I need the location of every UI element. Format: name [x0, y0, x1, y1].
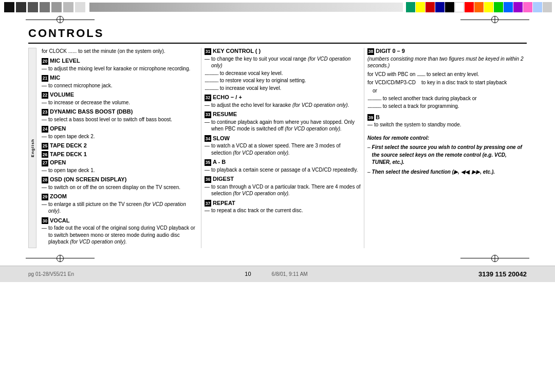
item-23: 23 DYNAMIC BASS BOOST (DBB) —to select a…	[42, 108, 198, 123]
chip-red2	[465, 2, 474, 12]
color-block-5	[51, 2, 62, 12]
item-32: 32 ECHO − / + —to adjust the echo level …	[205, 94, 361, 108]
item-33: 33 RESUME —to continue playback again fr…	[205, 111, 361, 133]
item-37: 37 REPEAT —to repeat a disc track or the…	[205, 200, 361, 214]
item-24: 24 OPEN —to open tape deck 2.	[42, 125, 198, 140]
item-27: 27 OPEN —to open tape deck 1.	[42, 159, 198, 174]
footer-left: pg 01-28/V55/21 En	[28, 271, 74, 277]
footer-page-1: 10	[245, 271, 251, 277]
item-25: 25 TAPE DECK 2	[42, 142, 198, 150]
chip-lightblue	[533, 2, 542, 12]
item-21: 21 MIC —to connect microphone jack.	[42, 74, 198, 89]
chip-green	[406, 2, 415, 12]
chip-orange	[474, 2, 484, 12]
chip-blue2	[504, 2, 513, 12]
item-30: 30 VOCAL —to fade out the vocal of the o…	[42, 217, 198, 246]
color-chips	[403, 0, 555, 14]
item-20-title: MIC LEVEL	[50, 58, 80, 64]
main-content: CONTROLS English for CLOCK ...... to set…	[0, 25, 555, 250]
column-3: 38 DIGIT 0 – 9 (numbers consisting more …	[364, 48, 527, 248]
chip-yellow2	[484, 2, 493, 12]
chip-red	[425, 2, 435, 12]
note-item-1: – First select the source you wish to co…	[367, 144, 524, 166]
color-block-2	[16, 2, 26, 12]
color-block-6	[63, 2, 73, 12]
item-26: 26 TAPE DECK 1	[42, 151, 198, 158]
item-39: 39 B —to switch the system to standby mo…	[367, 114, 524, 128]
reg-row-top	[0, 14, 555, 25]
chip-gray	[543, 2, 552, 12]
page-title: CONTROLS	[28, 27, 527, 44]
color-block-1	[4, 2, 14, 12]
clock-note: for CLOCK ...... to set the minute (on t…	[42, 48, 198, 54]
item-38: 38 DIGIT 0 – 9 (numbers consisting more …	[367, 48, 524, 110]
item-31: 31 KEY CONTROL ( ) —to change the key to…	[205, 48, 361, 91]
language-sidebar: English	[28, 48, 36, 248]
language-label: English	[30, 139, 35, 157]
item-20: 20 MIC LEVEL —to adjust the mixing level…	[42, 58, 198, 72]
item-20-num: 20	[42, 58, 48, 65]
remote-control-notes: Notes for remote control: – First select…	[367, 135, 524, 176]
chip-black	[445, 2, 454, 12]
item-22: 22 VOLUME —to increase or decrease the v…	[42, 91, 198, 106]
gray-gradient	[89, 3, 403, 12]
reg-row-bottom	[0, 253, 555, 264]
note-item-2: – Then select the desired function (▶, ◀…	[367, 169, 524, 176]
footer-date: 6/8/01, 9:11 AM	[272, 271, 308, 277]
item-29: 29 ZOOM —to enlarge a still picture on t…	[42, 193, 198, 215]
chip-yellow	[416, 2, 425, 12]
footer-right: 3139 115 20042	[478, 270, 527, 278]
gradient-blocks	[0, 0, 89, 14]
item-36: 36 DIGEST —to scan through a VCD or a pa…	[205, 176, 361, 197]
footer-bar: pg 01-28/V55/21 En 10 6/8/01, 9:11 AM 31…	[0, 266, 555, 282]
color-block-4	[40, 2, 50, 12]
item-28: 28 OSD (ON SCREEN DISPLAY) —to switch on…	[42, 176, 198, 191]
item-35: 35 A - B —to playback a certain scene or…	[205, 159, 361, 173]
chip-white	[455, 2, 464, 12]
chip-green2	[494, 2, 503, 12]
notes-title: Notes for remote control:	[367, 135, 524, 142]
column-1: for CLOCK ...... to set the minute (on t…	[39, 48, 201, 248]
column-2: 31 KEY CONTROL ( ) —to change the key to…	[201, 48, 364, 248]
item-34: 34 SLOW —to watch a VCD at a slower spee…	[205, 135, 361, 157]
color-block-3	[28, 2, 38, 12]
chip-pink	[523, 2, 532, 12]
color-block-7	[75, 2, 85, 12]
chip-purple	[513, 2, 523, 12]
top-bar	[0, 0, 555, 14]
chip-blue	[435, 2, 445, 12]
